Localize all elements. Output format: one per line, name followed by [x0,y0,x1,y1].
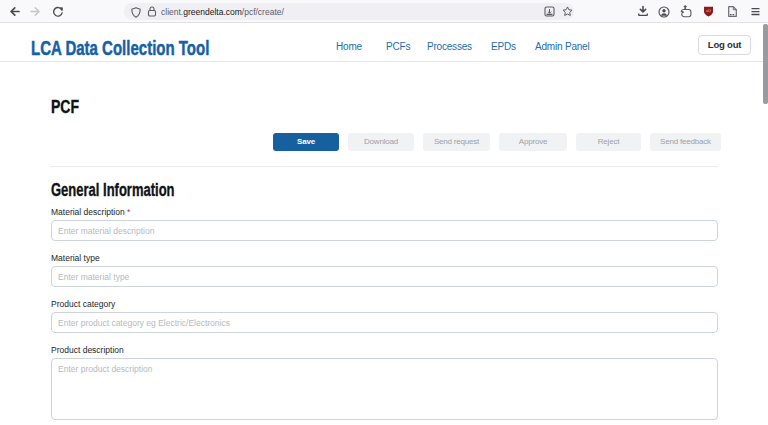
svg-text:uO: uO [706,9,711,13]
